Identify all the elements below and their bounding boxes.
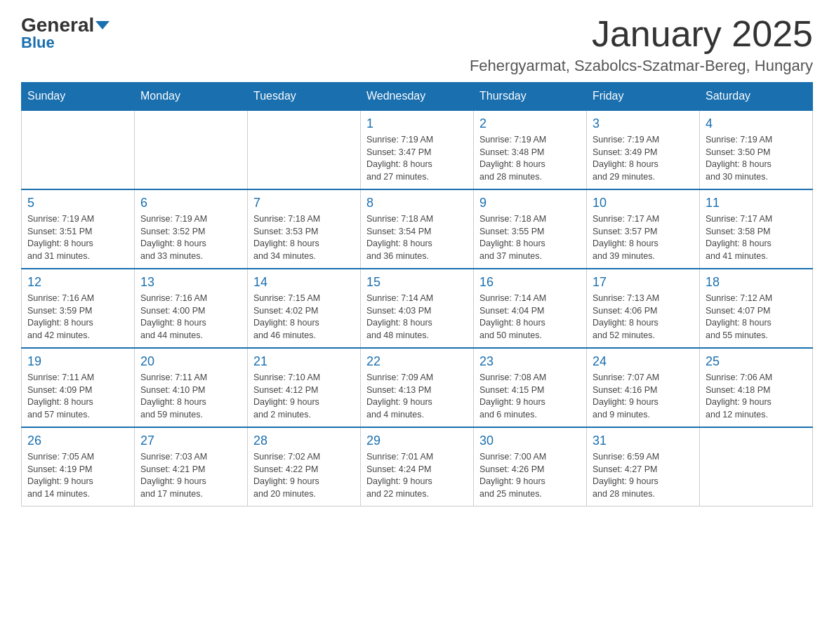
day-info: Sunrise: 7:11 AMSunset: 4:09 PMDaylight:… [27, 372, 128, 421]
day-number: 7 [253, 196, 355, 210]
calendar-cell: 2Sunrise: 7:19 AMSunset: 3:48 PMDaylight… [474, 110, 587, 189]
day-info: Sunrise: 7:06 AMSunset: 4:18 PMDaylight:… [706, 372, 807, 421]
day-info: Sunrise: 7:10 AMSunset: 4:12 PMDaylight:… [253, 372, 355, 421]
logo: General Blue [21, 14, 110, 52]
calendar-cell: 12Sunrise: 7:16 AMSunset: 3:59 PMDayligh… [22, 269, 135, 348]
day-number: 13 [140, 275, 241, 290]
calendar-cell: 27Sunrise: 7:03 AMSunset: 4:21 PMDayligh… [135, 427, 248, 507]
calendar-table: SundayMondayTuesdayWednesdayThursdayFrid… [21, 82, 813, 507]
day-number: 6 [140, 196, 241, 210]
day-info: Sunrise: 7:13 AMSunset: 4:06 PMDaylight:… [593, 293, 694, 342]
week-row-3: 12Sunrise: 7:16 AMSunset: 3:59 PMDayligh… [22, 269, 813, 348]
day-number: 29 [366, 434, 468, 448]
logo-triangle-icon [95, 21, 110, 29]
day-number: 17 [593, 275, 694, 290]
day-info: Sunrise: 7:18 AMSunset: 3:55 PMDaylight:… [479, 213, 581, 262]
day-number: 18 [706, 275, 807, 290]
calendar-cell: 4Sunrise: 7:19 AMSunset: 3:50 PMDaylight… [700, 110, 813, 189]
calendar-cell: 26Sunrise: 7:05 AMSunset: 4:19 PMDayligh… [22, 427, 135, 507]
day-info: Sunrise: 7:11 AMSunset: 4:10 PMDaylight:… [140, 372, 241, 421]
day-info: Sunrise: 7:00 AMSunset: 4:26 PMDaylight:… [479, 451, 581, 500]
weekday-header-saturday: Saturday [700, 83, 813, 111]
day-info: Sunrise: 7:16 AMSunset: 3:59 PMDaylight:… [27, 293, 128, 342]
day-info: Sunrise: 7:02 AMSunset: 4:22 PMDaylight:… [253, 451, 355, 500]
day-number: 26 [27, 434, 128, 448]
calendar-cell: 8Sunrise: 7:18 AMSunset: 3:54 PMDaylight… [361, 189, 474, 269]
calendar-cell: 21Sunrise: 7:10 AMSunset: 4:12 PMDayligh… [248, 348, 361, 427]
calendar-cell: 10Sunrise: 7:17 AMSunset: 3:57 PMDayligh… [587, 189, 700, 269]
day-number: 11 [706, 196, 807, 210]
day-number: 10 [593, 196, 694, 210]
calendar-title: January 2025 [470, 14, 813, 54]
calendar-cell: 16Sunrise: 7:14 AMSunset: 4:04 PMDayligh… [474, 269, 587, 348]
day-number: 30 [479, 434, 581, 448]
calendar-cell: 11Sunrise: 7:17 AMSunset: 3:58 PMDayligh… [700, 189, 813, 269]
day-number: 16 [479, 275, 581, 290]
calendar-cell: 28Sunrise: 7:02 AMSunset: 4:22 PMDayligh… [248, 427, 361, 507]
day-info: Sunrise: 7:16 AMSunset: 4:00 PMDaylight:… [140, 293, 241, 342]
calendar-cell [700, 427, 813, 507]
weekday-header-tuesday: Tuesday [248, 83, 361, 111]
calendar-cell: 19Sunrise: 7:11 AMSunset: 4:09 PMDayligh… [22, 348, 135, 427]
weekday-header-thursday: Thursday [474, 83, 587, 111]
day-info: Sunrise: 7:19 AMSunset: 3:50 PMDaylight:… [706, 134, 807, 183]
calendar-cell: 3Sunrise: 7:19 AMSunset: 3:49 PMDaylight… [587, 110, 700, 189]
day-number: 4 [706, 116, 807, 131]
week-row-2: 5Sunrise: 7:19 AMSunset: 3:51 PMDaylight… [22, 189, 813, 269]
weekday-header-monday: Monday [135, 83, 248, 111]
day-info: Sunrise: 6:59 AMSunset: 4:27 PMDaylight:… [593, 451, 694, 500]
calendar-cell: 7Sunrise: 7:18 AMSunset: 3:53 PMDaylight… [248, 189, 361, 269]
title-block: January 2025 Fehergyarmat, Szabolcs-Szat… [470, 14, 813, 75]
day-info: Sunrise: 7:19 AMSunset: 3:49 PMDaylight:… [593, 134, 694, 183]
day-number: 5 [27, 196, 128, 210]
calendar-cell: 24Sunrise: 7:07 AMSunset: 4:16 PMDayligh… [587, 348, 700, 427]
day-number: 14 [253, 275, 355, 290]
calendar-cell: 6Sunrise: 7:19 AMSunset: 3:52 PMDaylight… [135, 189, 248, 269]
calendar-cell: 25Sunrise: 7:06 AMSunset: 4:18 PMDayligh… [700, 348, 813, 427]
day-number: 1 [366, 116, 468, 131]
calendar-cell: 9Sunrise: 7:18 AMSunset: 3:55 PMDaylight… [474, 189, 587, 269]
calendar-cell: 31Sunrise: 6:59 AMSunset: 4:27 PMDayligh… [587, 427, 700, 507]
week-row-1: 1Sunrise: 7:19 AMSunset: 3:47 PMDaylight… [22, 110, 813, 189]
day-number: 12 [27, 275, 128, 290]
day-info: Sunrise: 7:07 AMSunset: 4:16 PMDaylight:… [593, 372, 694, 421]
day-number: 3 [593, 116, 694, 131]
day-info: Sunrise: 7:18 AMSunset: 3:53 PMDaylight:… [253, 213, 355, 262]
day-info: Sunrise: 7:14 AMSunset: 4:04 PMDaylight:… [479, 293, 581, 342]
day-number: 9 [479, 196, 581, 210]
weekday-header-friday: Friday [587, 83, 700, 111]
day-info: Sunrise: 7:01 AMSunset: 4:24 PMDaylight:… [366, 451, 468, 500]
calendar-cell: 17Sunrise: 7:13 AMSunset: 4:06 PMDayligh… [587, 269, 700, 348]
day-info: Sunrise: 7:03 AMSunset: 4:21 PMDaylight:… [140, 451, 241, 500]
logo-blue: Blue [21, 34, 55, 52]
weekday-header-wednesday: Wednesday [361, 83, 474, 111]
week-row-4: 19Sunrise: 7:11 AMSunset: 4:09 PMDayligh… [22, 348, 813, 427]
day-info: Sunrise: 7:09 AMSunset: 4:13 PMDaylight:… [366, 372, 468, 421]
day-info: Sunrise: 7:15 AMSunset: 4:02 PMDaylight:… [253, 293, 355, 342]
day-number: 2 [479, 116, 581, 131]
calendar-cell: 20Sunrise: 7:11 AMSunset: 4:10 PMDayligh… [135, 348, 248, 427]
calendar-cell: 13Sunrise: 7:16 AMSunset: 4:00 PMDayligh… [135, 269, 248, 348]
day-number: 23 [479, 354, 581, 369]
calendar-cell [248, 110, 361, 189]
day-info: Sunrise: 7:17 AMSunset: 3:57 PMDaylight:… [593, 213, 694, 262]
day-number: 8 [366, 196, 468, 210]
day-info: Sunrise: 7:14 AMSunset: 4:03 PMDaylight:… [366, 293, 468, 342]
calendar-cell: 14Sunrise: 7:15 AMSunset: 4:02 PMDayligh… [248, 269, 361, 348]
day-number: 21 [253, 354, 355, 369]
day-info: Sunrise: 7:19 AMSunset: 3:47 PMDaylight:… [366, 134, 468, 183]
weekday-header-sunday: Sunday [22, 83, 135, 111]
calendar-cell: 23Sunrise: 7:08 AMSunset: 4:15 PMDayligh… [474, 348, 587, 427]
day-info: Sunrise: 7:19 AMSunset: 3:52 PMDaylight:… [140, 213, 241, 262]
calendar-cell: 29Sunrise: 7:01 AMSunset: 4:24 PMDayligh… [361, 427, 474, 507]
day-number: 27 [140, 434, 241, 448]
calendar-cell: 22Sunrise: 7:09 AMSunset: 4:13 PMDayligh… [361, 348, 474, 427]
calendar-cell: 18Sunrise: 7:12 AMSunset: 4:07 PMDayligh… [700, 269, 813, 348]
day-info: Sunrise: 7:17 AMSunset: 3:58 PMDaylight:… [706, 213, 807, 262]
day-number: 24 [593, 354, 694, 369]
day-info: Sunrise: 7:12 AMSunset: 4:07 PMDaylight:… [706, 293, 807, 342]
week-row-5: 26Sunrise: 7:05 AMSunset: 4:19 PMDayligh… [22, 427, 813, 507]
calendar-subtitle: Fehergyarmat, Szabolcs-Szatmar-Bereg, Hu… [470, 57, 813, 75]
calendar-cell: 30Sunrise: 7:00 AMSunset: 4:26 PMDayligh… [474, 427, 587, 507]
day-number: 25 [706, 354, 807, 369]
